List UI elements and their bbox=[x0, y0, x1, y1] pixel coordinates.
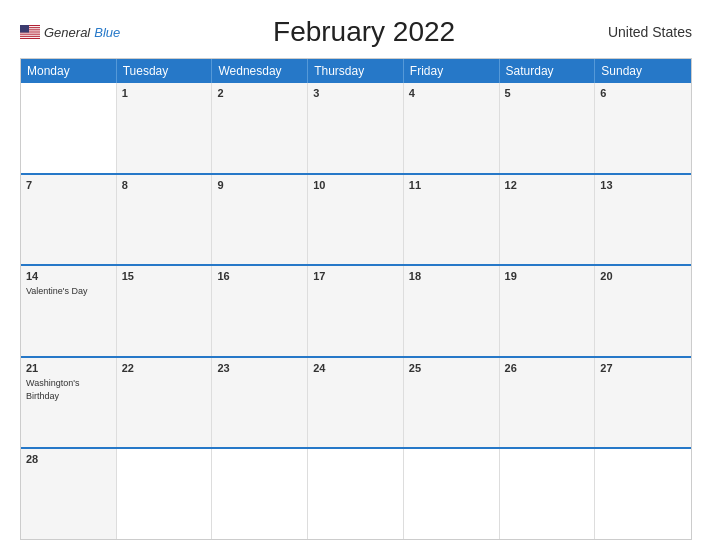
header-tuesday: Tuesday bbox=[117, 59, 213, 83]
day-cell-19: 19 bbox=[500, 266, 596, 356]
day-cell-empty-2 bbox=[117, 449, 213, 539]
day-cell-13: 13 bbox=[595, 175, 691, 265]
day-cell-18: 18 bbox=[404, 266, 500, 356]
day-cell-10: 10 bbox=[308, 175, 404, 265]
header-saturday: Saturday bbox=[500, 59, 596, 83]
calendar-page: General Blue February 2022 United States… bbox=[0, 0, 712, 550]
header-friday: Friday bbox=[404, 59, 500, 83]
day-cell-17: 17 bbox=[308, 266, 404, 356]
day-cell-25: 25 bbox=[404, 358, 500, 448]
day-cell-22: 22 bbox=[117, 358, 213, 448]
day-cell-26: 26 bbox=[500, 358, 596, 448]
day-cell-28: 28 bbox=[21, 449, 117, 539]
day-cell-9: 9 bbox=[212, 175, 308, 265]
day-cell-empty bbox=[21, 83, 117, 173]
washingtons-birthday-event: Washington's Birthday bbox=[26, 378, 79, 401]
week-row-1: 1 2 3 4 5 6 bbox=[21, 83, 691, 173]
svg-rect-8 bbox=[20, 25, 29, 33]
day-cell-6: 6 bbox=[595, 83, 691, 173]
logo: General Blue bbox=[20, 25, 120, 40]
day-cell-3: 3 bbox=[308, 83, 404, 173]
day-cell-27: 27 bbox=[595, 358, 691, 448]
header-thursday: Thursday bbox=[308, 59, 404, 83]
logo-flag-icon bbox=[20, 25, 40, 39]
day-cell-empty-7 bbox=[595, 449, 691, 539]
week-row-4: 21 Washington's Birthday 22 23 24 25 26 … bbox=[21, 356, 691, 448]
logo-blue-text: Blue bbox=[94, 25, 120, 40]
day-cell-14: 14 Valentine's Day bbox=[21, 266, 117, 356]
day-cell-5: 5 bbox=[500, 83, 596, 173]
svg-rect-5 bbox=[20, 34, 40, 35]
day-cell-23: 23 bbox=[212, 358, 308, 448]
day-cell-16: 16 bbox=[212, 266, 308, 356]
header-sunday: Sunday bbox=[595, 59, 691, 83]
day-headers-row: Monday Tuesday Wednesday Thursday Friday… bbox=[21, 59, 691, 83]
day-cell-2: 2 bbox=[212, 83, 308, 173]
day-cell-24: 24 bbox=[308, 358, 404, 448]
calendar-title: February 2022 bbox=[273, 16, 455, 48]
day-cell-empty-4 bbox=[308, 449, 404, 539]
day-cell-empty-6 bbox=[500, 449, 596, 539]
week-row-5: 28 bbox=[21, 447, 691, 539]
week-row-3: 14 Valentine's Day 15 16 17 18 19 20 bbox=[21, 264, 691, 356]
header-monday: Monday bbox=[21, 59, 117, 83]
day-cell-12: 12 bbox=[500, 175, 596, 265]
calendar-grid: Monday Tuesday Wednesday Thursday Friday… bbox=[20, 58, 692, 540]
country-label: United States bbox=[608, 24, 692, 40]
logo-general-text: General bbox=[44, 25, 90, 40]
day-cell-empty-3 bbox=[212, 449, 308, 539]
header-wednesday: Wednesday bbox=[212, 59, 308, 83]
valentines-day-event: Valentine's Day bbox=[26, 286, 88, 296]
day-cell-21: 21 Washington's Birthday bbox=[21, 358, 117, 448]
day-cell-8: 8 bbox=[117, 175, 213, 265]
day-cell-1: 1 bbox=[117, 83, 213, 173]
week-row-2: 7 8 9 10 11 12 13 bbox=[21, 173, 691, 265]
calendar-header: General Blue February 2022 United States bbox=[20, 16, 692, 48]
day-cell-4: 4 bbox=[404, 83, 500, 173]
svg-rect-7 bbox=[20, 38, 40, 39]
day-cell-15: 15 bbox=[117, 266, 213, 356]
svg-rect-6 bbox=[20, 36, 40, 37]
day-cell-11: 11 bbox=[404, 175, 500, 265]
day-cell-20: 20 bbox=[595, 266, 691, 356]
day-cell-7: 7 bbox=[21, 175, 117, 265]
day-cell-empty-5 bbox=[404, 449, 500, 539]
weeks-container: 1 2 3 4 5 6 7 8 9 10 11 12 13 14 bbox=[21, 83, 691, 539]
